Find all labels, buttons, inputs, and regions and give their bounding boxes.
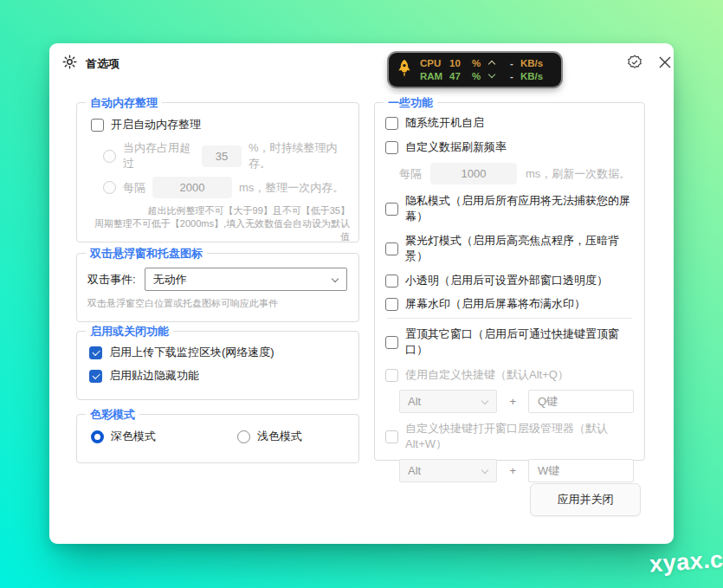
section-title: 一些功能 bbox=[384, 95, 437, 110]
titlebar: 首选项 bbox=[49, 43, 674, 81]
section-title: 色彩模式 bbox=[86, 407, 139, 422]
refresh-interval-suffix: ms，刷新一次数据。 bbox=[526, 166, 630, 182]
system-monitor-widget[interactable]: CPU 10 % - KB/s RAM 47 % - KB/s bbox=[389, 53, 561, 87]
chevron-down-icon bbox=[481, 397, 488, 404]
ram-unit: % bbox=[472, 70, 489, 82]
hotkey-key-input[interactable] bbox=[528, 390, 634, 413]
transparency-label: 小透明（启用后可设置外部窗口透明度） bbox=[405, 273, 608, 288]
cpu-value: 10 bbox=[449, 57, 472, 69]
section-color-mode: 色彩模式 深色模式 浅色模式 bbox=[76, 414, 359, 463]
edge-hide-label: 启用贴边隐藏功能 bbox=[109, 368, 199, 384]
desktop-background: 首选项 bbox=[0, 0, 723, 588]
plus-sign: + bbox=[509, 464, 516, 477]
monitor-readout: CPU 10 % - KB/s RAM 47 % - KB/s bbox=[420, 57, 554, 82]
spotlight-mode-label: 聚光灯模式（启用后高亮焦点程序，压暗背景） bbox=[405, 233, 634, 264]
double-click-hint: 双击悬浮窗空白位置或托盘图标可响应此事件 bbox=[87, 297, 348, 310]
download-arrow-icon bbox=[488, 71, 495, 78]
section-double-click: 双击悬浮窗和托盘图标 双击事件: 无动作 双击悬浮窗空白位置或托盘图标可响应此事… bbox=[76, 253, 359, 322]
memory-hint-line1: 超出比例整理不可【大于99】且不可【低于35】 bbox=[91, 204, 350, 217]
autostart-checkbox[interactable] bbox=[385, 117, 398, 130]
memory-threshold-radio[interactable] bbox=[103, 150, 116, 163]
double-click-action-select[interactable]: 无动作 bbox=[145, 268, 347, 291]
custom-hotkey-label: 使用自定义快捷键（默认Alt+Q） bbox=[405, 367, 569, 383]
section-toggle-features: 启用或关闭功能 启用上传下载监控区块(网络速度) 启用贴边隐藏功能 bbox=[76, 331, 359, 400]
chevron-down-icon bbox=[331, 275, 338, 282]
custom-refresh-label: 自定义数据刷新频率 bbox=[405, 139, 507, 155]
pin-window-checkbox[interactable] bbox=[385, 336, 398, 349]
apply-and-close-button[interactable]: 应用并关闭 bbox=[530, 483, 641, 516]
light-mode-label: 浅色模式 bbox=[257, 429, 302, 444]
memory-hint-line2: 周期整理不可低于【2000ms】,填入无效数值会自动设为默认值 bbox=[91, 217, 350, 243]
memory-threshold-prefix: 当内存占用超过 bbox=[123, 140, 195, 171]
memory-interval-suffix: ms，整理一次内存。 bbox=[239, 180, 344, 196]
double-click-event-label: 双击事件: bbox=[87, 272, 136, 288]
refresh-interval-input[interactable] bbox=[430, 163, 517, 184]
net-monitor-label: 启用上传下载监控区块(网络速度) bbox=[109, 345, 274, 360]
layer-hotkey-checkbox[interactable] bbox=[385, 430, 398, 443]
memory-interval-prefix: 每隔 bbox=[123, 180, 145, 196]
layer-key-input[interactable] bbox=[528, 459, 634, 482]
enable-auto-memory-label: 开启自动内存整理 bbox=[111, 117, 201, 132]
hotkey-modifier-value: Alt bbox=[408, 395, 421, 408]
hotkey-modifier-select[interactable]: Alt bbox=[399, 390, 497, 413]
memory-threshold-input[interactable] bbox=[202, 145, 242, 167]
window-title: 首选项 bbox=[86, 56, 119, 72]
autostart-label: 随系统开机自启 bbox=[405, 115, 484, 131]
plus-sign: + bbox=[509, 395, 516, 408]
double-click-action-value: 无动作 bbox=[153, 272, 187, 288]
memory-interval-radio[interactable] bbox=[103, 181, 116, 194]
cpu-label: CPU bbox=[420, 57, 449, 69]
net-monitor-checkbox[interactable] bbox=[89, 346, 102, 359]
upload-rate: - bbox=[503, 57, 520, 69]
ram-label: RAM bbox=[420, 70, 449, 82]
screen-watermark-label: 屏幕水印（启用后屏幕将布满水印） bbox=[405, 296, 585, 312]
section-title: 启用或关闭功能 bbox=[86, 324, 173, 339]
upload-arrow-icon bbox=[488, 61, 495, 68]
privacy-mode-label: 隐私模式（启用后所有应用将无法捕获您的屏幕） bbox=[405, 193, 634, 224]
ram-value: 47 bbox=[449, 70, 472, 82]
section-title: 自动内存整理 bbox=[86, 95, 162, 110]
memory-threshold-suffix: %，时持续整理内存。 bbox=[249, 140, 350, 171]
edge-hide-checkbox[interactable] bbox=[89, 370, 102, 383]
rocket-icon bbox=[394, 58, 415, 82]
chevron-down-icon bbox=[481, 467, 488, 474]
preferences-dialog: 首选项 bbox=[49, 43, 674, 544]
screen-watermark-checkbox[interactable] bbox=[385, 298, 398, 311]
dark-mode-label: 深色模式 bbox=[111, 429, 156, 444]
pin-window-label: 置顶其它窗口（启用后可通过快捷键置顶窗口） bbox=[405, 326, 634, 358]
custom-refresh-checkbox[interactable] bbox=[385, 141, 398, 154]
privacy-mode-checkbox[interactable] bbox=[385, 203, 398, 216]
cpu-unit: % bbox=[472, 57, 489, 69]
enable-auto-memory-checkbox[interactable] bbox=[91, 119, 104, 132]
section-auto-memory: 自动内存整理 开启自动内存整理 当内存占用超过 %，时持续整理内存。 每隔 ms… bbox=[76, 102, 359, 242]
spotlight-mode-checkbox[interactable] bbox=[385, 242, 398, 255]
custom-hotkey-checkbox[interactable] bbox=[385, 369, 398, 382]
download-rate: - bbox=[503, 70, 520, 82]
divider bbox=[387, 318, 632, 319]
site-watermark: xyax.cn bbox=[649, 545, 723, 578]
dark-mode-radio[interactable] bbox=[91, 430, 104, 443]
section-title: 双击悬浮窗和托盘图标 bbox=[86, 246, 207, 261]
gear-icon bbox=[61, 54, 78, 74]
memory-interval-input[interactable] bbox=[152, 177, 232, 198]
layer-modifier-select[interactable]: Alt bbox=[399, 459, 497, 482]
light-mode-radio[interactable] bbox=[237, 430, 250, 443]
refresh-interval-prefix: 每隔 bbox=[399, 166, 422, 182]
close-icon[interactable] bbox=[655, 53, 675, 72]
download-rate-unit: KB/s bbox=[520, 70, 550, 82]
transparency-checkbox[interactable] bbox=[385, 275, 398, 288]
layer-hotkey-label: 自定义快捷键打开窗口层级管理器（默认Alt+W） bbox=[405, 421, 634, 452]
verify-badge-icon[interactable] bbox=[625, 53, 644, 72]
layer-modifier-value: Alt bbox=[408, 464, 421, 477]
upload-rate-unit: KB/s bbox=[520, 57, 550, 69]
section-some-features: 一些功能 随系统开机自启 自定义数据刷新频率 每隔 ms，刷新一次数据。 隐私模… bbox=[374, 102, 645, 461]
